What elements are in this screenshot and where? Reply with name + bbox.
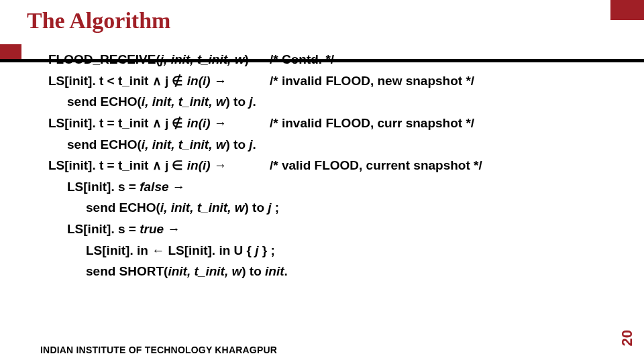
short-args: init, t_init, w bbox=[168, 264, 241, 278]
arrow-icon: → bbox=[164, 222, 180, 236]
st-val: true bbox=[140, 222, 164, 236]
echo-pre: send ECHO( bbox=[86, 200, 160, 215]
slide-content: FLOOD_RECEIVE(j, init, t_init, w) /* Con… bbox=[48, 51, 617, 284]
c1-c: in(i) bbox=[183, 74, 213, 88]
echo-line-2: send ECHO(i, init, t_init, w) to j. bbox=[67, 136, 617, 154]
arrow-icon: → bbox=[169, 180, 185, 194]
short-line: send SHORT(init, t_init, w) to init. bbox=[86, 263, 617, 280]
line-case-1: LS[init]. t < t_init ∧ j ∉ in(i) → /* in… bbox=[48, 72, 617, 90]
fn-close: ) bbox=[244, 52, 248, 66]
c2-b: j bbox=[162, 116, 172, 130]
line-in-update: LS[init]. in ← LS[init]. in U { j } ; bbox=[86, 242, 617, 259]
echo-post: ) to bbox=[225, 137, 249, 152]
line-case-3: LS[init]. t = t_init ∧ j ∈ in(i) → /* va… bbox=[48, 157, 617, 174]
c2-c: in(i) bbox=[183, 116, 213, 130]
st-a: LS[init]. s = bbox=[67, 222, 140, 236]
comment-invalid-new: /* invalid FLOOD, new snapshot */ bbox=[270, 72, 474, 90]
echo-args: i, init, t_init, w bbox=[142, 137, 226, 152]
arrow-icon: → bbox=[214, 74, 227, 88]
notin-icon: ∉ bbox=[172, 116, 183, 130]
sf-a: LS[init]. s = bbox=[67, 180, 140, 194]
c1-a: LS[init]. t < t_init bbox=[48, 74, 152, 88]
in-icon: ∈ bbox=[172, 158, 183, 172]
iu-c: } ; bbox=[259, 243, 275, 257]
top-accent bbox=[610, 0, 644, 20]
echo-end: . bbox=[253, 95, 256, 109]
short-to: init bbox=[265, 264, 284, 278]
echo-args: i, init, t_init, w bbox=[160, 200, 245, 215]
short-end: . bbox=[284, 264, 288, 278]
echo-pre: send ECHO( bbox=[67, 95, 142, 109]
echo-to: j bbox=[268, 200, 275, 215]
arrow-icon: → bbox=[214, 158, 227, 172]
c2-a: LS[init]. t = t_init bbox=[48, 116, 152, 130]
echo-end: ; bbox=[275, 200, 279, 215]
left-arrow-icon: ← bbox=[152, 243, 164, 257]
echo-args: i, init, t_init, w bbox=[142, 95, 226, 109]
line-case-2: LS[init]. t = t_init ∧ j ∉ in(i) → /* in… bbox=[48, 115, 617, 132]
echo-end: . bbox=[253, 137, 256, 152]
short-post: ) to bbox=[241, 264, 265, 278]
fn-args: j, init, t_init, w bbox=[160, 52, 245, 66]
footer-text: INDIAN INSTITUTE OF TECHNOLOGY KHARAGPUR bbox=[40, 345, 277, 355]
sf-val: false bbox=[140, 180, 168, 194]
slide-title: The Algorithm bbox=[27, 8, 170, 34]
line-flood-receive: FLOOD_RECEIVE(j, init, t_init, w) /* Con… bbox=[48, 51, 617, 68]
notin-icon: ∉ bbox=[172, 74, 183, 88]
comment-invalid-curr: /* invalid FLOOD, curr snapshot */ bbox=[270, 115, 474, 132]
iu-b: LS[init]. in U { bbox=[164, 243, 255, 257]
echo-line-3: send ECHO(i, init, t_init, w) to j ; bbox=[86, 199, 617, 217]
echo-pre: send ECHO( bbox=[67, 137, 142, 152]
comment-valid: /* valid FLOOD, current snapshot */ bbox=[270, 157, 482, 174]
line-s-true: LS[init]. s = true → bbox=[67, 221, 617, 238]
echo-line-1: send ECHO(i, init, t_init, w) to j. bbox=[67, 93, 617, 111]
c1-b: j bbox=[162, 74, 172, 88]
and-icon: ∧ bbox=[152, 74, 162, 88]
and-icon: ∧ bbox=[152, 158, 162, 172]
line-s-false: LS[init]. s = false → bbox=[67, 178, 617, 196]
and-icon: ∧ bbox=[152, 116, 162, 130]
iu-a: LS[init]. in bbox=[86, 243, 152, 257]
c3-c: in(i) bbox=[183, 158, 213, 172]
fn-name: FLOOD_RECEIVE( bbox=[48, 52, 160, 66]
comment-contd: /* Contd. */ bbox=[270, 51, 334, 68]
red-bar bbox=[0, 44, 21, 59]
echo-post: ) to bbox=[225, 95, 249, 109]
page-number: 20 bbox=[619, 330, 636, 346]
short-pre: send SHORT( bbox=[86, 264, 168, 278]
c3-a: LS[init]. t = t_init bbox=[48, 158, 152, 172]
arrow-icon: → bbox=[214, 116, 227, 130]
echo-post: ) to bbox=[244, 200, 268, 215]
c3-b: j bbox=[162, 158, 172, 172]
